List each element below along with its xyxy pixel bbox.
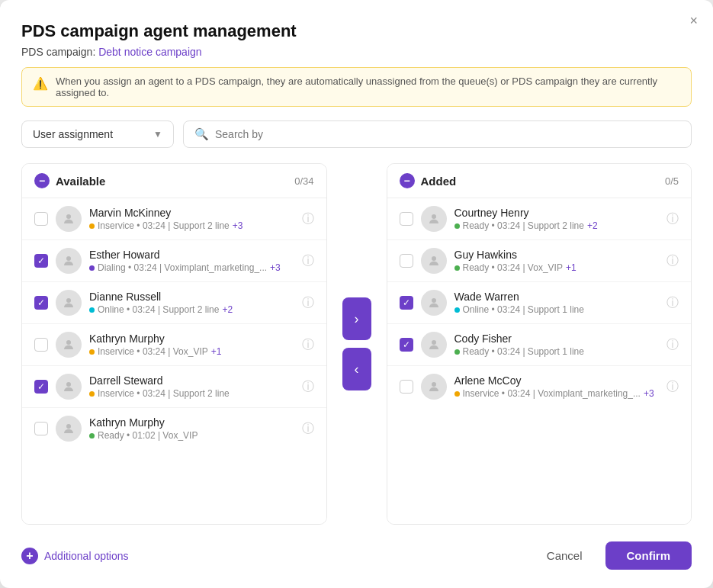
user-assignment-dropdown[interactable]: User assignment ▼ [21,120,174,148]
agent-meta: Ready • 03:24 | Support 2 line +2 [454,220,660,231]
agent-meta: Ready • 03:24 | Vox_VIP +1 [454,262,660,273]
checkbox-unchecked[interactable] [34,212,48,226]
confirm-button[interactable]: Confirm [605,541,692,570]
added-title: Added [421,175,457,188]
info-button[interactable]: ⓘ [302,253,314,269]
move-left-button[interactable]: ‹ [342,348,371,390]
filter-row: User assignment ▼ 🔍 [21,120,692,148]
checkbox-checked[interactable]: ✓ [34,254,48,268]
additional-options-button[interactable]: + Additional options [21,548,129,564]
avatar [421,290,447,316]
plus-tag: +3 [644,388,654,399]
agent-name: Dianne Russell [89,291,294,303]
checkbox-unchecked[interactable] [400,212,413,226]
agent-meta: Inservice • 03:24 | Vox_VIP +1 [89,346,294,357]
list-item[interactable]: ✓Wade WarrenOnline • 03:24 | Support 1 l… [387,282,692,324]
added-list: Courtney HenryReady • 03:24 | Support 2 … [387,198,692,524]
list-item[interactable]: Kathryn MurphyReady • 01:02 | Vox_VIP ⓘ [22,408,326,449]
footer-buttons: Cancel Confirm [533,541,692,570]
svg-point-1 [66,256,71,261]
search-box: 🔍 [183,120,692,148]
checkbox-checked[interactable]: ✓ [400,338,413,352]
agent-name: Guy Hawkins [454,249,660,261]
available-title: Available [56,175,105,188]
agent-name: Esther Howard [89,249,294,261]
agent-meta: Inservice • 03:24 | Voximplant_marketing… [454,388,660,399]
status-dot [89,307,95,313]
agent-status-text: Inservice • 03:24 | Support 2 line [98,388,230,399]
search-input[interactable] [215,128,680,140]
info-button[interactable]: ⓘ [302,211,314,227]
list-item[interactable]: ✓Dianne RussellOnline • 03:24 | Support … [22,282,326,324]
info-button[interactable]: ⓘ [302,337,314,353]
plus-tag: +2 [587,220,598,231]
list-item[interactable]: Guy HawkinsReady • 03:24 | Vox_VIP +1ⓘ [387,240,692,282]
checkbox-checked[interactable]: ✓ [34,296,48,310]
agent-name: Kathryn Murphy [89,416,294,429]
agent-status-text: Ready • 01:02 | Vox_VIP [98,430,198,441]
list-item[interactable]: ✓Darrell StewardInservice • 03:24 | Supp… [22,366,326,408]
status-dot [454,265,460,271]
info-button[interactable]: ⓘ [302,295,314,311]
agent-meta: Inservice • 03:24 | Support 2 line [89,388,294,399]
cancel-button[interactable]: Cancel [533,541,596,570]
agent-info: Marvin McKinneyInservice • 03:24 | Suppo… [89,207,294,231]
added-count: 0/5 [665,175,679,187]
checkbox-unchecked[interactable] [34,338,48,352]
agent-name: Courtney Henry [454,207,660,219]
agent-status-text: Inservice • 03:24 | Voximplant_marketing… [463,388,641,399]
svg-point-0 [66,214,71,219]
list-item[interactable]: Courtney HenryReady • 03:24 | Support 2 … [387,198,692,240]
modal-title: PDS campaign agent management [21,21,692,41]
move-right-button[interactable]: › [342,297,371,340]
list-item[interactable]: ✓Esther HowardDialing • 03:24 | Voximpla… [22,240,326,282]
avatar [56,374,82,400]
svg-point-5 [66,424,71,429]
plus-tag: +1 [211,346,222,357]
agent-info: Kathryn MurphyInservice • 03:24 | Vox_VI… [89,333,294,357]
list-item[interactable]: Kathryn MurphyInservice • 03:24 | Vox_VI… [22,324,326,366]
agent-name: Darrell Steward [89,374,294,387]
list-item[interactable]: Arlene McCoyInservice • 03:24 | Voximpla… [387,366,692,407]
dropdown-label: User assignment [33,128,113,140]
checkbox-checked[interactable]: ✓ [34,380,48,394]
plus-tag: +1 [566,262,577,273]
svg-point-8 [432,298,436,303]
status-dot [89,349,95,355]
status-dot [89,265,95,271]
agent-info: Cody FisherReady • 03:24 | Support 1 lin… [454,333,660,357]
avatar [56,248,82,274]
status-dot [89,433,95,439]
agent-meta: Ready • 03:24 | Support 1 line [454,346,660,357]
additional-options-label: Additional options [44,550,129,562]
checkbox-checked[interactable]: ✓ [400,296,413,310]
avatar [421,374,447,400]
info-button[interactable]: ⓘ [302,421,314,437]
status-dot [89,391,95,397]
avatar [56,206,82,232]
transfer-arrows: › ‹ [339,163,374,525]
avatar [421,332,447,358]
list-item[interactable]: Marvin McKinneyInservice • 03:24 | Suppo… [22,198,326,240]
info-button[interactable]: ⓘ [666,337,679,353]
info-button[interactable]: ⓘ [666,211,679,227]
svg-point-9 [432,340,436,345]
checkbox-unchecked[interactable] [400,380,413,394]
available-count: 0/34 [294,175,313,187]
agent-name: Wade Warren [454,291,660,303]
available-list: Marvin McKinneyInservice • 03:24 | Suppo… [22,198,326,524]
info-button[interactable]: ⓘ [666,379,679,395]
agent-status-text: Ready • 03:24 | Support 1 line [463,346,584,357]
checkbox-unchecked[interactable] [34,422,48,435]
info-button[interactable]: ⓘ [302,379,314,395]
status-dot [454,223,460,229]
columns-row: − Available 0/34 Marvin McKinneyInservic… [21,163,692,525]
info-button[interactable]: ⓘ [666,253,679,269]
plus-tag: +2 [222,304,233,315]
info-button[interactable]: ⓘ [666,295,679,311]
list-item[interactable]: ✓Cody FisherReady • 03:24 | Support 1 li… [387,324,692,366]
checkbox-unchecked[interactable] [400,254,413,268]
agent-status-text: Online • 03:24 | Support 1 line [463,304,584,315]
chevron-down-icon: ▼ [153,129,162,140]
close-button[interactable]: × [689,14,698,27]
